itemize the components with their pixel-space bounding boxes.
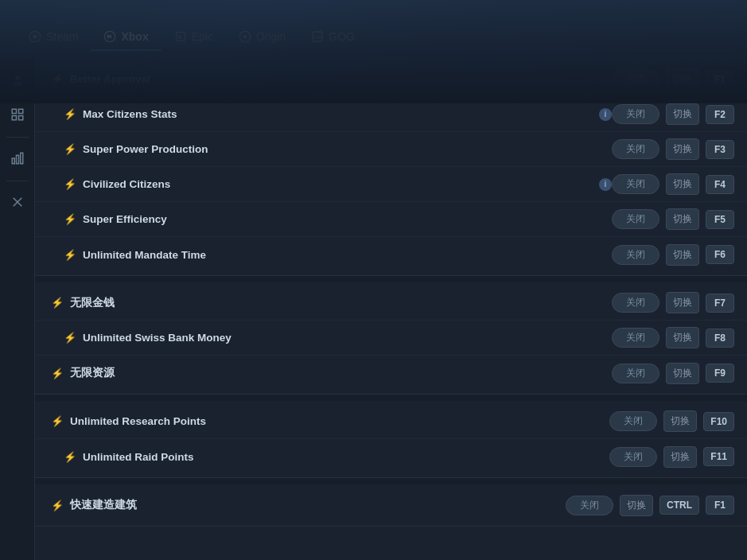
hotkey-switch-unlimited-mandate-time[interactable]: 切换 <box>666 244 699 266</box>
lightning-icon: ⚡ <box>64 108 76 120</box>
hotkey-switch-max-citizens-stats[interactable]: 切换 <box>666 103 699 125</box>
hotkey-switch-super-efficiency[interactable]: 切换 <box>666 208 699 230</box>
cheat-group-group3: ⚡Unlimited Research Points关闭切换F10⚡Unlimi… <box>35 401 747 478</box>
cheat-controls-unlimited-raid: 关闭切换F11 <box>609 446 734 468</box>
svg-rect-15 <box>16 155 18 164</box>
hotkey-key-unlimited-swiss-bank: F8 <box>706 329 734 348</box>
hotkey-switch-unlimited-resources[interactable]: 切换 <box>666 363 699 384</box>
sidebar-item-chart[interactable] <box>3 144 32 173</box>
cheat-group-group4: ⚡快速建造建筑关闭切换CTRLF1 <box>35 484 747 527</box>
cheat-name-unlimited-research: Unlimited Research Points <box>70 415 609 427</box>
hotkey-key-fast-build: F1 <box>706 496 734 515</box>
hotkey-switch-unlimited-research[interactable]: 切换 <box>663 410 697 432</box>
svg-rect-12 <box>12 116 16 120</box>
cheat-name-unlimited-mandate-time: Unlimited Mandate Time <box>83 249 612 261</box>
svg-rect-11 <box>18 109 22 113</box>
cheat-controls-super-power-production: 关闭切换F3 <box>612 138 734 160</box>
lightning-icon: ⚡ <box>51 415 64 427</box>
toggle-btn-fast-build[interactable]: 关闭 <box>566 496 613 515</box>
info-badge-max-citizens-stats[interactable]: i <box>599 108 612 121</box>
hotkey-ctrl-fast-build: CTRL <box>659 496 699 515</box>
svg-rect-16 <box>20 153 22 164</box>
toggle-btn-super-power-production[interactable]: 关闭 <box>612 139 659 159</box>
lightning-icon: ⚡ <box>51 297 64 309</box>
hotkey-key-super-efficiency: F5 <box>706 210 734 229</box>
cheat-row-unlimited-research: ⚡Unlimited Research Points关闭切换F10 <box>35 404 747 439</box>
cheat-row-unlimited-mandate-time: ⚡Unlimited Mandate Time关闭切换F6 <box>35 237 747 272</box>
cheat-row-civilized-citizens: ⚡Civilized Citizensi关闭切换F4 <box>35 167 747 202</box>
cheat-controls-unlimited-mandate-time: 关闭切换F6 <box>612 244 734 266</box>
toggle-btn-unlimited-mandate-time[interactable]: 关闭 <box>612 245 659 265</box>
cheat-controls-super-efficiency: 关闭切换F5 <box>612 208 734 230</box>
toggle-btn-civilized-citizens[interactable]: 关闭 <box>612 174 659 194</box>
info-badge-civilized-citizens[interactable]: i <box>599 178 612 191</box>
hotkey-key-max-citizens-stats: F2 <box>706 105 734 124</box>
cheat-row-unlimited-money: ⚡无限金钱关闭切换F7 <box>35 286 747 321</box>
toggle-btn-unlimited-money[interactable]: 关闭 <box>612 293 659 313</box>
lightning-icon: ⚡ <box>51 368 64 379</box>
cheat-row-super-efficiency: ⚡Super Efficiency关闭切换F5 <box>35 202 747 237</box>
toggle-btn-super-efficiency[interactable]: 关闭 <box>612 209 659 229</box>
lightning-icon: ⚡ <box>64 249 76 261</box>
hotkey-key-unlimited-raid: F11 <box>703 447 734 466</box>
hotkey-switch-civilized-citizens[interactable]: 切换 <box>666 173 699 195</box>
group-spacer <box>35 276 747 282</box>
sidebar-item-cross[interactable] <box>3 188 32 216</box>
cheat-name-max-citizens-stats: Max Citizens Stats <box>83 108 595 120</box>
cheat-name-unlimited-raid: Unlimited Raid Points <box>83 451 609 463</box>
cheat-row-fast-build: ⚡快速建造建筑关闭切换CTRLF1 <box>35 488 747 523</box>
sidebar-item-grid[interactable] <box>3 100 32 129</box>
toggle-btn-unlimited-research[interactable]: 关闭 <box>609 411 657 431</box>
lightning-icon: ⚡ <box>64 332 76 344</box>
sidebar-divider <box>6 181 29 181</box>
toggle-btn-max-citizens-stats[interactable]: 关闭 <box>612 104 659 124</box>
sidebar <box>0 59 35 560</box>
cheat-row-unlimited-swiss-bank: ⚡Unlimited Swiss Bank Money关闭切换F8 <box>35 321 747 356</box>
cheat-controls-unlimited-resources: 关闭切换F9 <box>612 363 734 384</box>
cheat-name-civilized-citizens: Civilized Citizens <box>83 178 595 190</box>
cheat-row-unlimited-raid: ⚡Unlimited Raid Points关闭切换F11 <box>35 439 747 474</box>
lightning-icon: ⚡ <box>64 451 76 463</box>
hotkey-key-unlimited-resources: F9 <box>706 364 734 383</box>
hotkey-key-super-power-production: F3 <box>706 140 734 159</box>
cheat-name-unlimited-swiss-bank: Unlimited Swiss Bank Money <box>83 332 612 344</box>
svg-rect-14 <box>12 158 14 164</box>
toggle-btn-unlimited-swiss-bank[interactable]: 关闭 <box>612 328 659 348</box>
hotkey-switch-unlimited-swiss-bank[interactable]: 切换 <box>666 327 699 348</box>
hotkey-switch-fast-build[interactable]: 切换 <box>620 495 653 516</box>
hotkey-switch-unlimited-money[interactable]: 切换 <box>666 292 699 313</box>
cheat-controls-max-citizens-stats: 关闭切换F2 <box>612 103 734 125</box>
lightning-icon: ⚡ <box>64 213 76 225</box>
group-spacer <box>35 478 747 484</box>
cheat-name-unlimited-money: 无限金钱 <box>70 296 612 310</box>
hotkey-switch-unlimited-raid[interactable]: 切换 <box>663 446 697 468</box>
lightning-icon: ⚡ <box>64 143 76 155</box>
cheat-controls-fast-build: 关闭切换CTRLF1 <box>566 495 734 516</box>
cheat-controls-unlimited-money: 关闭切换F7 <box>612 292 734 313</box>
svg-rect-10 <box>12 109 16 113</box>
hotkey-switch-super-power-production[interactable]: 切换 <box>666 138 699 160</box>
cheat-row-super-power-production: ⚡Super Power Production关闭切换F3 <box>35 132 747 167</box>
cheat-name-fast-build: 快速建造建筑 <box>70 498 566 512</box>
hotkey-key-unlimited-research: F10 <box>703 412 734 431</box>
cheat-controls-civilized-citizens: 关闭切换F4 <box>612 173 734 195</box>
hotkey-key-civilized-citizens: F4 <box>706 175 734 194</box>
group-spacer <box>35 395 747 401</box>
cheat-group-group2: ⚡无限金钱关闭切换F7⚡Unlimited Swiss Bank Money关闭… <box>35 282 747 395</box>
cheat-row-unlimited-resources: ⚡无限资源关闭切换F9 <box>35 356 747 391</box>
toggle-btn-unlimited-raid[interactable]: 关闭 <box>609 447 657 467</box>
cheat-name-super-efficiency: Super Efficiency <box>83 213 612 225</box>
cheat-controls-unlimited-research: 关闭切换F10 <box>609 410 734 432</box>
cheat-controls-unlimited-swiss-bank: 关闭切换F8 <box>612 327 734 348</box>
hotkey-key-unlimited-mandate-time: F6 <box>706 245 734 264</box>
lightning-icon: ⚡ <box>64 178 76 190</box>
cheats-panel: ⚡Better Approval关闭切换F1⚡Max Citizens Stat… <box>35 59 747 560</box>
cheat-name-unlimited-resources: 无限资源 <box>70 366 612 380</box>
hotkey-key-unlimited-money: F7 <box>706 294 734 313</box>
svg-rect-13 <box>18 116 22 120</box>
toggle-btn-unlimited-resources[interactable]: 关闭 <box>612 364 659 383</box>
sidebar-divider <box>6 137 29 138</box>
lightning-icon: ⚡ <box>51 500 64 511</box>
cheat-name-super-power-production: Super Power Production <box>83 143 612 155</box>
